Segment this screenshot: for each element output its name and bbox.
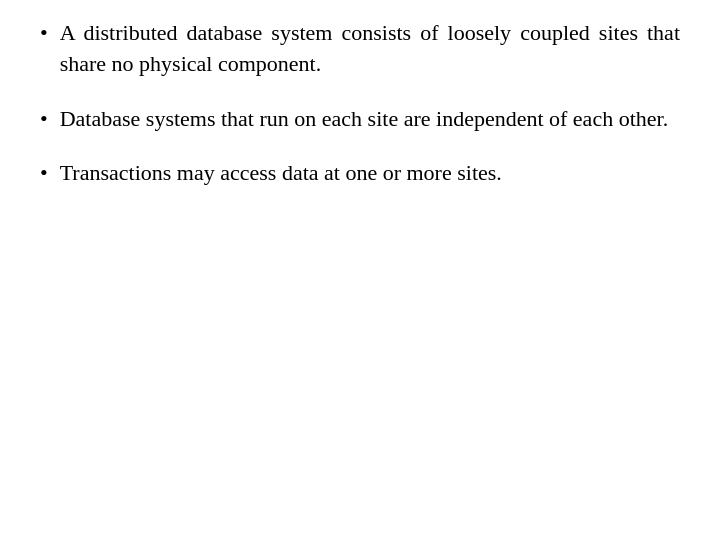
main-content: • A distributed database system consists… xyxy=(0,0,720,231)
list-item: • A distributed database system consists… xyxy=(40,18,680,80)
bullet-text-1: A distributed database system consists o… xyxy=(60,18,680,80)
bullet-text-2: Database systems that run on each site a… xyxy=(60,104,668,135)
list-item: • Database systems that run on each site… xyxy=(40,104,680,135)
bullet-dot-2: • xyxy=(40,104,48,135)
bullet-list: • A distributed database system consists… xyxy=(40,18,680,189)
bullet-dot-1: • xyxy=(40,18,48,49)
bullet-text-3: Transactions may access data at one or m… xyxy=(60,158,502,189)
list-item: • Transactions may access data at one or… xyxy=(40,158,680,189)
bullet-dot-3: • xyxy=(40,158,48,189)
